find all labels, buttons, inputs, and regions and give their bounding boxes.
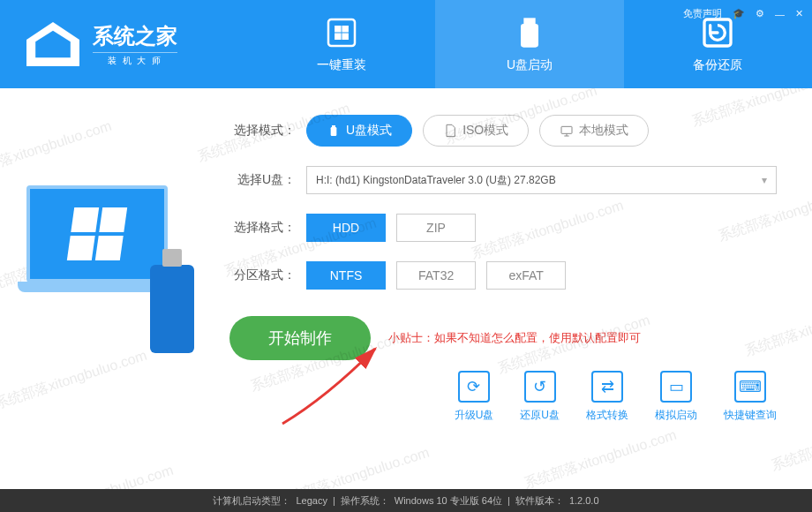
mode-label: 选择模式： [229,123,296,139]
logo-title: 系统之家 [93,22,177,50]
close-icon[interactable]: ✕ [795,8,803,19]
tool-restore-usb[interactable]: ↺ 还原U盘 [520,371,560,423]
tip-text: 小贴士：如果不知道怎么配置，使用默认配置即可 [388,330,641,346]
svg-rect-5 [331,127,337,136]
partition-fat32-button[interactable]: FAT32 [396,261,476,290]
theme-icon[interactable]: 🎓 [733,8,745,19]
logo-subtitle: 装 机 大 师 [93,52,177,67]
restore-icon [700,15,735,50]
format-hdd-button[interactable]: HDD [306,214,386,242]
minimize-icon[interactable]: — [775,9,785,19]
nav-usb-boot[interactable]: U盘启动 [435,0,623,88]
restore-usb-icon: ↺ [524,371,556,403]
windows-icon [324,15,359,50]
laptop-illustration [18,168,212,362]
partition-label: 分区格式： [229,267,296,283]
tool-shortcut-query[interactable]: ⌨ 快捷键查询 [724,371,777,423]
usb-drive-select[interactable]: H:I: (hd1) KingstonDataTraveler 3.0 (U盘)… [306,166,777,194]
usb-label: 选择U盘： [229,172,296,188]
usb-icon [512,15,547,50]
tool-simulate-boot[interactable]: ▭ 模拟启动 [655,371,697,423]
disclaimer-link[interactable]: 免责声明 [683,7,722,20]
status-bar: 计算机启动类型： Legacy | 操作系统： Windows 10 专业版 6… [0,489,812,512]
svg-rect-4 [332,125,335,127]
tool-upgrade-usb[interactable]: ⟳ 升级U盘 [455,371,494,423]
monitor-icon: ▭ [660,371,692,403]
main-content: 选择模式： U盘模式 ISO模式 本地模式 选择U盘： H:I: (hd1) K… [0,88,812,371]
format-zip-button[interactable]: ZIP [396,214,476,242]
upgrade-icon: ⟳ [458,371,490,403]
keyboard-icon: ⌨ [734,371,766,403]
bottom-toolbar: ⟳ 升级U盘 ↺ 还原U盘 ⇄ 格式转换 ▭ 模拟启动 ⌨ 快捷键查询 [0,371,812,432]
convert-icon: ⇄ [591,371,623,403]
nav-reinstall[interactable]: 一键重装 [247,0,435,88]
start-button[interactable]: 开始制作 [229,316,371,360]
partition-ntfs-button[interactable]: NTFS [306,261,386,290]
window-controls: 免责声明 🎓 ⚙ — ✕ [683,7,803,20]
partition-exfat-button[interactable]: exFAT [486,261,566,290]
format-label: 选择格式： [229,220,296,236]
svg-rect-0 [328,19,355,46]
svg-rect-1 [523,18,535,24]
chevron-down-icon: ▾ [762,174,767,186]
mode-local-button[interactable]: 本地模式 [539,115,649,147]
logo: 系统之家 装 机 大 师 [0,22,247,67]
tool-convert-format[interactable]: ⇄ 格式转换 [586,371,628,423]
logo-icon [26,22,79,66]
svg-rect-2 [521,24,538,48]
mode-usb-button[interactable]: U盘模式 [306,115,412,147]
mode-iso-button[interactable]: ISO模式 [423,115,529,147]
settings-icon[interactable]: ⚙ [756,8,764,19]
header: 系统之家 装 机 大 师 一键重装 U盘启动 备份还原 免责声明 🎓 ⚙ — [0,0,812,88]
svg-rect-6 [561,126,572,133]
